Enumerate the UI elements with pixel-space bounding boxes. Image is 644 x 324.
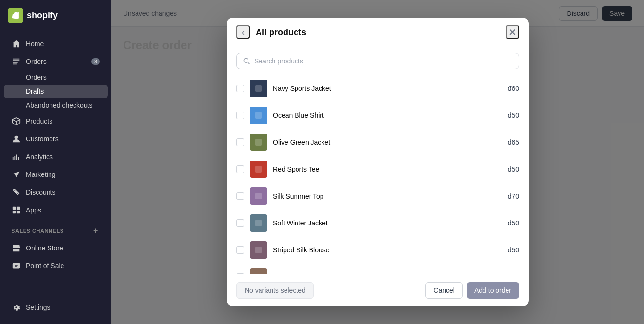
- product-checkbox-4[interactable]: [236, 165, 244, 173]
- product-price-3: đ65: [508, 138, 519, 146]
- home-icon: [12, 39, 21, 49]
- sidebar-item-abandoned-checkouts[interactable]: Abandoned checkouts: [4, 99, 108, 112]
- sidebar-item-drafts-label: Drafts: [26, 87, 44, 95]
- point-of-sale-icon: [12, 261, 21, 271]
- product-checkbox-2[interactable]: [236, 112, 244, 119]
- sidebar: shopify Home Orders 3 Orders Drafts Aban…: [0, 0, 111, 324]
- sidebar-item-orders-sub[interactable]: Orders: [4, 71, 108, 84]
- sidebar-item-abandoned-checkouts-label: Abandoned checkouts: [26, 101, 93, 109]
- svg-rect-10: [255, 112, 262, 119]
- sidebar-bottom: Settings: [0, 294, 111, 324]
- product-price-2: đ50: [508, 112, 519, 119]
- sidebar-item-settings-label: Settings: [26, 303, 50, 311]
- product-list-item[interactable]: Soft Winter Jacket đ50: [229, 210, 527, 237]
- product-list-item[interactable]: Silk Summer Top đ70: [229, 183, 527, 210]
- marketing-icon: [12, 170, 21, 179]
- settings-icon: [12, 302, 21, 312]
- product-thumbnail-5: [250, 187, 267, 205]
- product-name-7: Striped Silk Blouse: [273, 246, 502, 254]
- svg-rect-9: [255, 85, 262, 92]
- sidebar-item-products-label: Products: [26, 117, 52, 125]
- sidebar-item-marketing[interactable]: Marketing: [4, 166, 108, 183]
- search-input-wrap: [236, 53, 519, 69]
- svg-rect-15: [255, 247, 262, 253]
- modal-close-button[interactable]: ✕: [506, 25, 519, 39]
- apps-icon: [12, 205, 21, 215]
- shopify-logo-text: shopify: [27, 11, 58, 21]
- product-list-item[interactable]: Striped Silk Blouse đ50: [229, 237, 527, 263]
- sidebar-item-marketing-label: Marketing: [26, 171, 55, 178]
- product-list-item[interactable]: Ocean Blue Shirt đ50: [229, 102, 527, 129]
- product-price-1: đ60: [508, 85, 519, 92]
- sidebar-item-point-of-sale-label: Point of Sale: [26, 262, 64, 270]
- product-name-4: Red Sports Tee: [273, 165, 502, 173]
- sidebar-item-home[interactable]: Home: [4, 35, 108, 52]
- svg-rect-14: [255, 220, 262, 226]
- modal-search-area: [227, 47, 529, 75]
- svg-rect-13: [255, 193, 262, 199]
- product-list-item[interactable]: Navy Sports Jacket đ60: [229, 75, 527, 102]
- product-list-item[interactable]: Olive Green Jacket đ65: [229, 129, 527, 156]
- product-checkbox-6[interactable]: [236, 219, 244, 227]
- product-thumbnail-7: [250, 241, 267, 259]
- orders-icon: [12, 57, 21, 66]
- sidebar-item-discounts[interactable]: Discounts: [4, 184, 108, 201]
- add-to-order-button[interactable]: Add to order: [467, 282, 519, 299]
- sidebar-item-orders[interactable]: Orders 3: [4, 53, 108, 70]
- svg-rect-5: [17, 211, 20, 213]
- product-name-6: Soft Winter Jacket: [273, 219, 502, 227]
- svg-rect-11: [255, 139, 262, 146]
- svg-line-8: [248, 62, 249, 64]
- sales-channels-label: SALES CHANNELS: [12, 228, 64, 234]
- product-checkbox-3[interactable]: [236, 138, 244, 146]
- product-thumbnail-6: [250, 214, 267, 232]
- sidebar-item-apps[interactable]: Apps: [4, 201, 108, 219]
- product-price-6: đ50: [508, 219, 519, 227]
- modal-header: ‹ All products ✕: [227, 18, 529, 47]
- svg-rect-4: [13, 211, 16, 213]
- sidebar-item-online-store[interactable]: Online Store: [4, 239, 108, 257]
- product-price-5: đ70: [508, 192, 519, 200]
- sidebar-item-customers[interactable]: Customers: [4, 130, 108, 148]
- cancel-button[interactable]: Cancel: [425, 282, 463, 299]
- modal-title: All products: [256, 27, 500, 37]
- search-icon: [243, 57, 250, 65]
- sidebar-item-settings[interactable]: Settings: [4, 299, 108, 316]
- product-checkbox-1[interactable]: [236, 85, 244, 92]
- product-thumbnail-3: [250, 134, 267, 151]
- no-variants-badge: No variants selected: [236, 282, 314, 299]
- discounts-icon: [12, 187, 21, 197]
- product-thumbnail-2: [250, 107, 267, 124]
- product-name-2: Ocean Blue Shirt: [273, 112, 502, 119]
- product-thumbnail-4: [250, 161, 267, 178]
- products-icon: [12, 116, 21, 126]
- sidebar-item-products[interactable]: Products: [4, 112, 108, 130]
- product-checkbox-7[interactable]: [236, 246, 244, 254]
- sidebar-item-home-label: Home: [26, 40, 44, 48]
- orders-badge: 3: [91, 58, 100, 65]
- product-name-5: Silk Summer Top: [273, 192, 502, 200]
- sidebar-item-analytics[interactable]: Analytics: [4, 148, 108, 165]
- svg-point-7: [244, 58, 248, 62]
- sidebar-navigation: Home Orders 3 Orders Drafts Abandoned ch…: [0, 31, 111, 294]
- main-content: Unsaved changes Discard Save Create orde…: [111, 0, 644, 324]
- modal-footer: No variants selected Cancel Add to order: [227, 274, 529, 306]
- sidebar-item-drafts[interactable]: Drafts: [4, 85, 108, 98]
- product-list-item[interactable]: Red Sports Tee đ50: [229, 156, 527, 183]
- sidebar-item-online-store-label: Online Store: [26, 244, 63, 252]
- search-input[interactable]: [254, 57, 513, 65]
- sidebar-item-orders-sub-label: Orders: [26, 74, 47, 81]
- product-checkbox-5[interactable]: [236, 192, 244, 200]
- svg-rect-12: [255, 166, 262, 173]
- sidebar-item-apps-label: Apps: [26, 206, 41, 214]
- product-list: Navy Sports Jacket đ60 Ocean Blue Shirt …: [227, 75, 529, 274]
- svg-rect-3: [17, 207, 20, 210]
- add-sales-channel-button[interactable]: +: [91, 226, 100, 235]
- sales-channels-header: SALES CHANNELS +: [4, 223, 108, 239]
- sidebar-item-customers-label: Customers: [26, 135, 59, 143]
- product-price-4: đ50: [508, 165, 519, 173]
- product-list-item[interactable]: Striped Skirt and Top đ50: [229, 263, 527, 274]
- sidebar-item-point-of-sale[interactable]: Point of Sale: [4, 257, 108, 274]
- modal-back-button[interactable]: ‹: [236, 25, 250, 39]
- product-name-1: Navy Sports Jacket: [273, 85, 502, 92]
